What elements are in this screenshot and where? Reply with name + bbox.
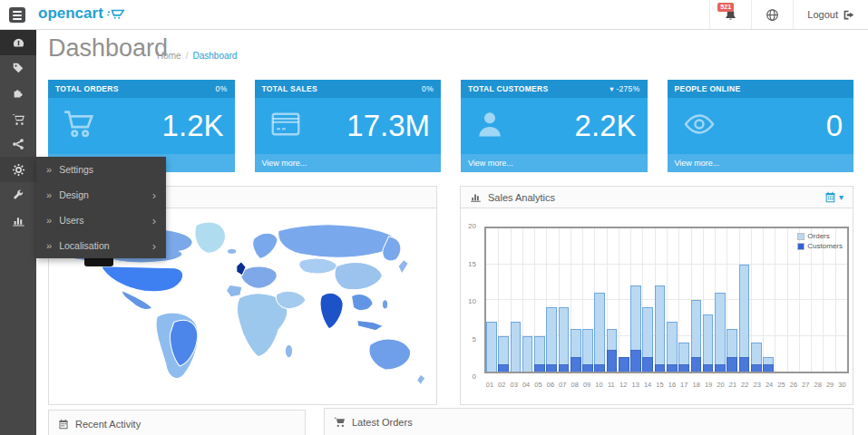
tile-total-sales: TOTAL SALES 0% 17.3M View more... (255, 80, 442, 172)
tile-total-customers: TOTAL CUSTOMERS ▾ -275% 2.2K View more..… (461, 80, 648, 172)
store-globe-button[interactable] (751, 0, 793, 29)
chart-bar-customers (571, 357, 581, 372)
y-tick-label: 5 (473, 335, 476, 343)
tile-delta-with-caret-down-icon: ▾ -275% (610, 84, 639, 93)
view-more-link[interactable]: View more... (461, 154, 648, 172)
tile-value: 17.3M (346, 109, 430, 143)
chart-bar-customers (607, 350, 618, 372)
y-tick-label: 15 (468, 260, 476, 268)
globe-icon (766, 8, 779, 22)
logo-cart-icon (107, 8, 125, 20)
map-indonesia (356, 320, 383, 330)
chart-bar-orders (715, 293, 726, 372)
chart-bar-orders (522, 336, 533, 372)
map-russia (278, 225, 395, 257)
panel-title: Recent Activity (75, 419, 141, 430)
gridline-horizontal (486, 264, 847, 265)
x-tick-label: 04 (522, 381, 530, 389)
gear-icon (12, 163, 25, 177)
map-middle-east (276, 291, 306, 308)
y-tick-label: 0 (473, 372, 476, 381)
map-usa (101, 266, 182, 292)
sidebar-item-marketing[interactable] (0, 131, 36, 157)
calendar-icon (824, 191, 836, 203)
breadcrumb-separator: / (186, 51, 189, 61)
x-tick-label: 21 (729, 381, 736, 389)
bar-chart-icon (470, 191, 482, 203)
x-tick-label: 15 (656, 381, 663, 389)
tile-value: 0 (826, 109, 843, 143)
x-tick-label: 18 (693, 381, 700, 389)
logout-button[interactable]: Logout (793, 0, 868, 29)
legend-row: Customers (797, 242, 843, 250)
x-tick-label: 01 (486, 381, 493, 389)
y-tick-label: 20 (468, 222, 476, 230)
breadcrumb: Home / Dashboard (157, 51, 237, 61)
chart-bar-customers (619, 357, 629, 372)
sales-analytics-chart: 05101520 OrdersCustomers 010203040506070… (461, 208, 853, 404)
chart-plot: OrdersCustomers (484, 227, 849, 373)
map-iberia (226, 285, 242, 296)
angle-double-right-icon: » (46, 189, 52, 200)
chart-x-axis: 0102030405060708091011121314151617181920… (484, 379, 849, 390)
gridline-vertical (619, 228, 619, 372)
chart-bar-customers (727, 357, 737, 372)
x-tick-label: 26 (790, 381, 797, 389)
legend-swatch-orders (797, 233, 805, 240)
sidebar-item-system[interactable] (0, 157, 36, 182)
breadcrumb-home[interactable]: Home (157, 51, 181, 61)
date-range-button[interactable]: ▾ (824, 191, 844, 203)
sidebar-item-tools[interactable] (0, 182, 36, 208)
x-tick-label: 10 (595, 381, 602, 389)
calendar-icon (58, 419, 69, 430)
view-more-link[interactable]: View more... (668, 154, 854, 172)
sidebar-item-extensions[interactable] (0, 81, 36, 106)
chart-bar-orders (511, 322, 522, 372)
recent-activity-panel: Recent Activity (48, 410, 306, 435)
chart-bar-customers (751, 364, 762, 372)
eye-icon (679, 108, 719, 144)
chart-bar-orders (655, 285, 666, 372)
opencart-logo[interactable]: opencart (38, 5, 125, 23)
submenu-item-design[interactable]: » Design › (36, 182, 166, 208)
notifications-button[interactable]: 521 (709, 0, 751, 29)
sidebar-item-sales[interactable] (0, 106, 36, 131)
chart-bar-customers (678, 364, 689, 372)
x-tick-label: 13 (632, 381, 639, 389)
breadcrumb-current[interactable]: Dashboard (192, 51, 237, 61)
tile-label: TOTAL SALES (262, 84, 317, 93)
chart-bar-orders (546, 307, 557, 372)
tile-value: 1.2K (162, 109, 224, 143)
cart-icon (12, 112, 25, 126)
shopping-cart-icon (60, 107, 98, 145)
sidebar-item-reports[interactable] (0, 208, 36, 233)
gridline-vertical (775, 228, 775, 372)
chart-bar-customers (546, 364, 557, 372)
sidebar-toggle-button[interactable] (9, 7, 25, 23)
x-tick-label: 19 (705, 381, 712, 389)
share-icon (12, 138, 24, 150)
map-southeast-asia (351, 295, 373, 311)
chart-bar-customers (763, 364, 774, 372)
x-tick-label: 07 (559, 381, 566, 389)
caret-down-icon: ▾ (839, 192, 844, 202)
dashboard-gauge-icon (12, 36, 25, 50)
tag-icon (12, 62, 24, 74)
chart-bar-customers (498, 364, 509, 372)
submenu-item-localisation[interactable]: » Localisation › (36, 233, 166, 258)
gridline-horizontal (486, 299, 847, 300)
sidebar-item-catalog[interactable] (0, 55, 36, 81)
angle-double-right-icon: » (46, 164, 52, 175)
legend-label: Customers (807, 242, 843, 250)
view-more-link[interactable]: View more... (255, 154, 442, 172)
submenu-item-users[interactable]: » Users › (36, 208, 166, 233)
user-icon (473, 106, 507, 146)
top-header: opencart 521 Logout (0, 0, 868, 30)
x-tick-label: 03 (511, 381, 518, 389)
tile-delta: 0% (216, 84, 228, 93)
tile-value: 2.2K (575, 109, 637, 143)
submenu-item-settings[interactable]: » Settings (36, 157, 166, 182)
chart-bar-orders (559, 307, 570, 372)
sidebar-item-dashboard[interactable] (0, 30, 36, 55)
x-tick-label: 09 (583, 381, 590, 389)
